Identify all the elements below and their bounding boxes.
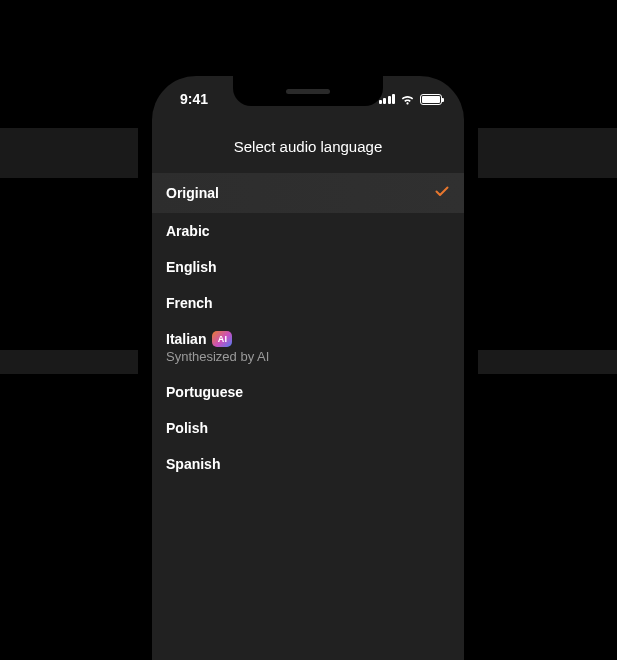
list-item-sublabel: Synthesized by AI xyxy=(166,349,269,364)
wifi-icon xyxy=(400,94,415,105)
phone-notch xyxy=(233,76,383,106)
list-item-label: Original xyxy=(166,185,219,201)
page-title: Select audio language xyxy=(152,138,464,155)
modal-header: Select audio language xyxy=(152,124,464,173)
ai-badge-icon: AI xyxy=(212,331,232,347)
status-indicators xyxy=(379,94,443,105)
language-item-french[interactable]: French xyxy=(152,285,464,321)
list-item-label: Italian xyxy=(166,331,206,347)
phone-speaker xyxy=(286,89,330,94)
list-item-label: English xyxy=(166,259,217,275)
language-item-portuguese[interactable]: Portuguese xyxy=(152,374,464,410)
phone-frame: 9:41 Select audio language xyxy=(152,76,464,660)
list-item-label: Arabic xyxy=(166,223,210,239)
language-item-italian[interactable]: Italian AI Synthesized by AI xyxy=(152,321,464,374)
list-item-label: Portuguese xyxy=(166,384,243,400)
list-item-label: French xyxy=(166,295,213,311)
list-item-label: Polish xyxy=(166,420,208,436)
status-time: 9:41 xyxy=(174,91,208,107)
language-item-polish[interactable]: Polish xyxy=(152,410,464,446)
language-item-english[interactable]: English xyxy=(152,249,464,285)
screen: Select audio language Original Arabic xyxy=(152,124,464,660)
language-item-arabic[interactable]: Arabic xyxy=(152,213,464,249)
list-item-label: Spanish xyxy=(166,456,220,472)
battery-icon xyxy=(420,94,442,105)
language-item-spanish[interactable]: Spanish xyxy=(152,446,464,482)
language-item-original[interactable]: Original xyxy=(152,173,464,213)
language-list: Original Arabic English xyxy=(152,173,464,482)
check-icon xyxy=(434,183,450,203)
